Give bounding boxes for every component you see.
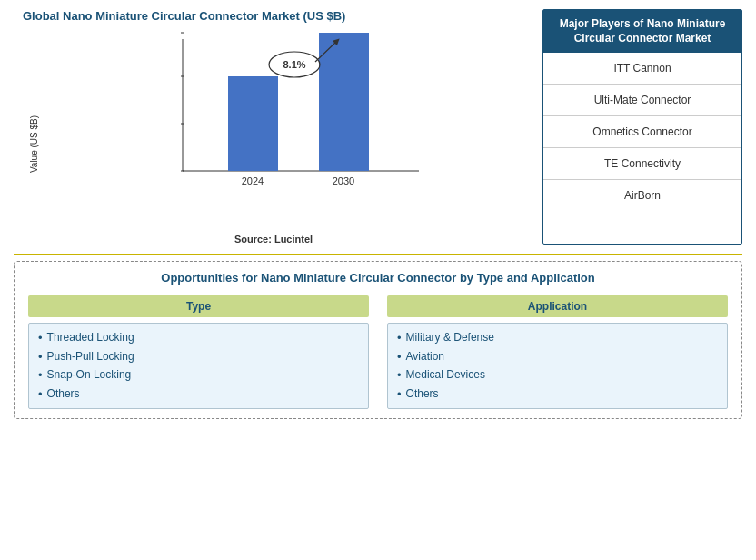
app-item-0: • Military & Defense — [397, 331, 718, 345]
type-item-2: • Snap-On Locking — [38, 368, 359, 383]
players-header: Major Players of Nano Miniature Circular… — [543, 10, 741, 53]
svg-text:2030: 2030 — [333, 175, 354, 186]
application-items: • Military & Defense • Aviation • Medica… — [387, 323, 728, 409]
opp-title: Opportunities for Nano Miniature Circula… — [28, 271, 728, 285]
type-item-3: • Others — [38, 387, 359, 402]
app-item-1: • Aviation — [397, 350, 718, 365]
svg-text:8.1%: 8.1% — [283, 59, 305, 70]
app-item-3: • Others — [397, 387, 718, 402]
bullet-icon: • — [38, 350, 43, 365]
opp-columns: Type • Threaded Locking • Push-Pull Lock… — [28, 295, 728, 409]
svg-text:2024: 2024 — [242, 175, 264, 186]
divider — [14, 254, 742, 255]
application-column: Application • Military & Defense • Aviat… — [387, 295, 728, 409]
type-column: Type • Threaded Locking • Push-Pull Lock… — [28, 295, 369, 409]
chart-wrapper: Value (US $B) 2024 2030 8.1% — [14, 30, 533, 230]
type-items: • Threaded Locking • Push-Pull Locking •… — [28, 323, 369, 409]
bullet-icon: • — [38, 387, 43, 402]
bullet-icon: • — [38, 331, 43, 345]
player-item-1: Ulti-Mate Connector — [543, 85, 741, 116]
opportunities-section: Opportunities for Nano Miniature Circula… — [14, 261, 742, 419]
player-item-0: ITT Cannon — [543, 53, 741, 85]
bullet-icon: • — [38, 368, 43, 383]
bar-2024 — [228, 76, 278, 171]
type-item-1: • Push-Pull Locking — [38, 350, 359, 365]
type-header: Type — [28, 295, 369, 317]
y-axis-label: Value (US $B) — [29, 108, 39, 181]
app-item-2: • Medical Devices — [397, 368, 718, 383]
main-container: Global Nano Miniature Circular Connector… — [0, 0, 756, 560]
chart-area: Global Nano Miniature Circular Connector… — [14, 9, 533, 245]
player-item-4: AirBorn — [543, 180, 741, 211]
bullet-icon: • — [397, 368, 402, 383]
type-item-0: • Threaded Locking — [38, 331, 359, 345]
bullet-icon: • — [397, 350, 402, 365]
bar-2030 — [319, 33, 369, 171]
top-section: Global Nano Miniature Circular Connector… — [14, 9, 742, 245]
bullet-icon: • — [397, 331, 402, 345]
chart-svg: 2024 2030 8.1% — [50, 30, 533, 203]
players-panel: Major Players of Nano Miniature Circular… — [542, 9, 742, 245]
player-item-2: Omnetics Connector — [543, 116, 741, 148]
source-label: Source: Lucintel — [14, 234, 533, 245]
bullet-icon: • — [397, 387, 402, 402]
application-header: Application — [387, 295, 728, 317]
player-item-3: TE Connectivity — [543, 148, 741, 180]
chart-title: Global Nano Miniature Circular Connector… — [14, 9, 533, 23]
